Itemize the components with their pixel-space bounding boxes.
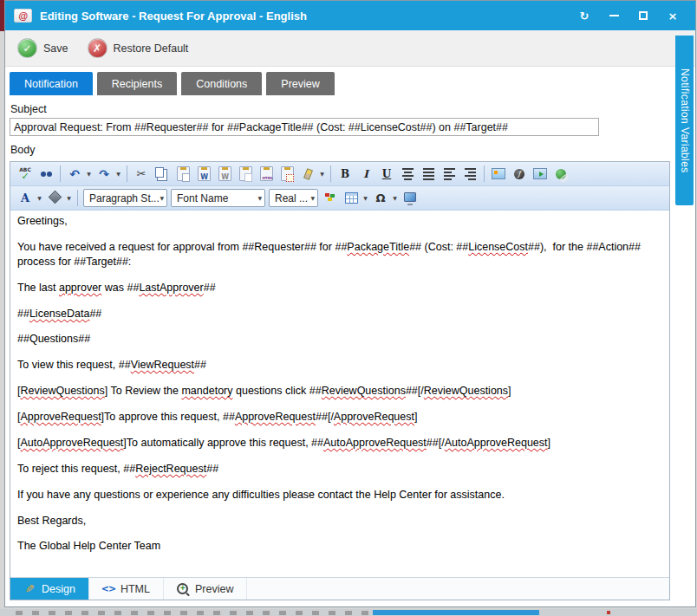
font-size-combo[interactable]: Real ...▼: [269, 189, 318, 207]
misspelled-text: ReviewQuestions: [424, 385, 508, 397]
text-segment: ##: [206, 463, 218, 475]
insert-symbol-icon[interactable]: Ω: [371, 189, 390, 208]
align-justify-icon[interactable]: [419, 165, 438, 184]
italic-icon[interactable]: I: [356, 165, 375, 184]
misspelled-text: LicenseData: [29, 308, 90, 320]
insert-template-icon[interactable]: [401, 189, 420, 208]
bold-icon[interactable]: B: [335, 165, 355, 184]
chevron-down-icon[interactable]: ▼: [362, 190, 369, 207]
hyperlink-manager-icon[interactable]: [551, 165, 570, 184]
snippet-manager-icon[interactable]: [321, 189, 340, 208]
rich-text-editor: ↶▼↷▼✂▼BIU A▼▼Paragraph St...▼Font Name▼R…: [10, 161, 670, 600]
save-button[interactable]: Save: [17, 38, 68, 58]
text-segment: To view this request, ##: [17, 359, 131, 371]
background-color-icon[interactable]: [45, 189, 64, 208]
text-segment: ]: [548, 437, 550, 449]
chevron-down-icon[interactable]: ▼: [391, 190, 399, 207]
chevron-down-icon[interactable]: ▼: [65, 190, 73, 207]
bottomtab-preview[interactable]: Preview: [164, 578, 247, 600]
chevron-down-icon: ▼: [257, 195, 262, 201]
text-segment: To reject this request, ##: [17, 463, 135, 475]
paste-plain-text-icon[interactable]: [236, 165, 255, 184]
misspelled-text: AutoApproveRequest: [445, 437, 548, 449]
paragraph: [ReviewQuestions] To Review the mandetor…: [17, 384, 662, 399]
misspelled-text: LastApprover: [139, 282, 203, 294]
editor-toolbar-row1: ↶▼↷▼✂▼BIU: [10, 162, 669, 186]
insert-table-icon[interactable]: [342, 189, 361, 208]
dialog-content: NotificationRecipientsConditionsPreview …: [5, 67, 695, 606]
text-segment: Greetings,: [17, 215, 68, 227]
flash-manager-icon[interactable]: [510, 165, 529, 184]
misspelled-text: ReviewQuestions: [20, 385, 104, 397]
misspelled-text: LicenseCost: [468, 241, 528, 253]
pencil-icon: [23, 583, 36, 595]
paste-as-html-icon[interactable]: [257, 165, 276, 184]
minimize-icon: [609, 15, 619, 16]
editor-body[interactable]: Greetings,You have received a request fo…: [10, 211, 669, 577]
align-right-icon[interactable]: [460, 165, 479, 184]
paste-icon[interactable]: [173, 165, 192, 184]
maximize-button[interactable]: [635, 7, 652, 24]
restore-default-button[interactable]: Restore Default: [88, 38, 189, 58]
underline-icon[interactable]: U: [377, 165, 396, 184]
font-size-combo-label: Real ...: [275, 192, 308, 204]
bottomtab-design[interactable]: Design: [10, 578, 89, 600]
bottomtab-label: HTML: [121, 583, 150, 595]
text-segment: The last: [17, 282, 59, 294]
align-center-icon[interactable]: [398, 165, 417, 184]
tab-notification[interactable]: Notification: [10, 72, 93, 95]
chevron-down-icon[interactable]: ▼: [85, 165, 93, 183]
find-icon[interactable]: [36, 165, 55, 184]
save-button-label: Save: [43, 42, 68, 55]
text-segment: You have received a request for approval…: [17, 241, 347, 253]
text-segment: questions click ##: [233, 385, 322, 397]
background-fragment: [607, 611, 610, 614]
text-segment: ##[/: [406, 385, 424, 397]
spellcheck-icon[interactable]: [16, 165, 35, 184]
image-manager-icon[interactable]: [489, 165, 508, 184]
toolbar-separator: [484, 165, 485, 182]
chevron-down-icon[interactable]: ▼: [36, 190, 43, 207]
misspelled-text: RejectRequest: [135, 463, 206, 475]
paste-from-word-icon[interactable]: [194, 165, 213, 184]
align-left-icon[interactable]: [440, 165, 459, 184]
font-name-combo-label: Font Name: [177, 192, 228, 204]
format-painter-icon[interactable]: [298, 165, 317, 184]
text-segment: ##: [17, 308, 29, 320]
paragraph: ##Questions##: [17, 332, 662, 347]
font-color-icon[interactable]: A: [16, 189, 35, 208]
chevron-down-icon[interactable]: ▼: [318, 165, 326, 183]
paragraph-style-combo[interactable]: Paragraph St...▼: [83, 189, 167, 207]
close-icon: ×: [668, 10, 678, 23]
paragraph-style-combo-label: Paragraph St...: [89, 192, 160, 204]
misspelled-text: ReviewQuestions: [322, 385, 406, 397]
misspelled-text: ApproveRequest: [334, 411, 414, 423]
close-button[interactable]: ×: [664, 7, 681, 24]
cut-icon[interactable]: ✂: [132, 165, 151, 184]
minimize-button[interactable]: [605, 7, 622, 24]
refresh-button[interactable]: ↻: [576, 7, 593, 24]
bottomtab-label: Preview: [195, 583, 233, 595]
misspelled-text: AutoApproveRequest: [323, 437, 427, 449]
refresh-icon: ↻: [580, 10, 590, 23]
background-window-strip: [0, 609, 697, 616]
paste-html-icon[interactable]: [277, 165, 296, 184]
subject-input[interactable]: [10, 118, 599, 136]
media-manager-icon[interactable]: [531, 165, 550, 184]
bottomtab-html[interactable]: HTML: [89, 578, 164, 600]
tab-preview[interactable]: Preview: [266, 72, 334, 95]
editor-toolbar-row2: A▼▼Paragraph St...▼Font Name▼Real ...▼▼Ω…: [10, 186, 669, 211]
paragraph: ##LicenseData##: [17, 307, 662, 321]
tab-recipients[interactable]: Recipients: [97, 72, 177, 95]
tab-conditions[interactable]: Conditions: [181, 72, 262, 95]
paste-from-word-strip-font-icon[interactable]: [215, 165, 234, 184]
font-name-combo[interactable]: Font Name▼: [171, 189, 265, 207]
text-segment: ##[/: [427, 437, 445, 449]
chevron-down-icon[interactable]: ▼: [114, 165, 122, 183]
redo-icon[interactable]: ↷: [94, 165, 114, 184]
copy-icon[interactable]: [153, 165, 172, 184]
notification-variables-tab[interactable]: Notification Variables: [675, 36, 694, 205]
paragraph: If you have any questions or experience …: [17, 488, 662, 503]
undo-icon[interactable]: ↶: [65, 165, 84, 184]
save-check-icon: [17, 38, 37, 58]
